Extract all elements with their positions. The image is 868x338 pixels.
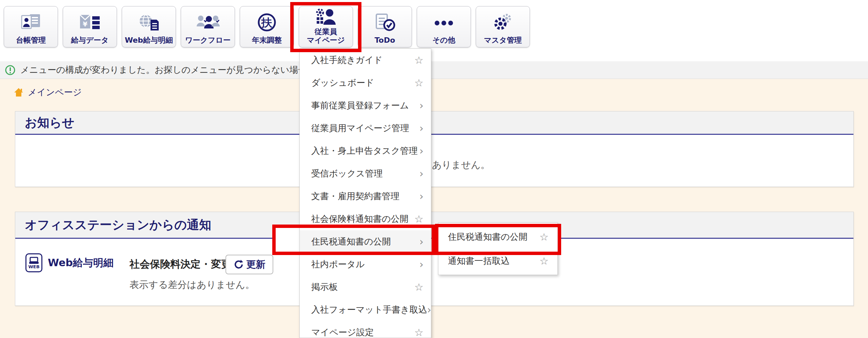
menu-item[interactable]: マイページ設定☆	[300, 321, 431, 338]
toolbar-button-label: 給与データ	[71, 36, 108, 44]
toolbar-button-master[interactable]: マスタ管理	[476, 6, 530, 47]
news-empty-text: ありません。	[432, 159, 490, 171]
breadcrumb: メインページ	[14, 85, 82, 99]
notification-empty-text: 表示する差分はありません。	[130, 278, 255, 291]
menu-item-label: マイページ設定	[311, 326, 374, 338]
toolbar-button-label: マスタ管理	[484, 36, 522, 44]
menu-item[interactable]: 社会保険料通知書の公開☆	[300, 208, 431, 230]
menu-item-juminzei-tsuchisho[interactable]: 住民税通知書の公開›	[300, 230, 431, 253]
menu-item[interactable]: 事前従業員登録フォーム›	[300, 94, 431, 117]
toolbar-button-label: その他	[432, 36, 455, 44]
toolbar-button-others[interactable]: その他	[417, 6, 471, 47]
menu-item[interactable]: 文書・雇用契約書管理›	[300, 185, 431, 208]
notice-bar-text: メニューの構成が変わりました。お探しのメニューが見つからない場合は、	[20, 64, 325, 76]
annotation-underlay	[272, 225, 303, 255]
toolbar-button-label: 台帳管理	[16, 36, 46, 44]
toolbar-button-label: 年末調整	[252, 36, 282, 44]
menu-item[interactable]: ダッシュボード☆	[300, 71, 431, 94]
menu-item-label: 入社・身上申告タスク管理	[311, 145, 418, 157]
menu-item[interactable]: 入社フォーマット手書き取込›	[300, 298, 431, 321]
toolbar-button-ledger[interactable]: 台帳管理	[4, 6, 58, 47]
toolbar-button-payroll-data[interactable]: ¥ 給与データ	[63, 6, 117, 47]
submenu-chevron-icon: ›	[419, 122, 423, 134]
menu-item-label: ダッシュボード	[311, 77, 374, 89]
more-dots-icon	[433, 6, 455, 36]
ledger-icon	[20, 6, 42, 36]
menu-item-label: 入社フォーマット手書き取込	[311, 304, 427, 316]
notifications-section-title: オフィスステーションからの通知	[25, 217, 211, 233]
menu-item-label: 掲示板	[311, 281, 338, 293]
toolbar-button-label: 従業員	[315, 27, 337, 36]
submenu-item-label: 住民税通知書の公開	[448, 231, 528, 243]
menu-item-label: 従業員用マイページ管理	[311, 122, 409, 134]
toolbar-button-label: ワークフロー	[185, 36, 231, 44]
notice-bar: メニューの構成が変わりました。お探しのメニューが見つからない場合は、 こ	[0, 61, 868, 79]
favorite-star-icon[interactable]: ☆	[414, 213, 423, 225]
toolbar-button-label: マイページ	[307, 36, 345, 44]
employee-mypage-icon	[315, 6, 337, 27]
toolbar-button-label: ToDo	[375, 36, 395, 44]
toolbar-button-employee-mypage[interactable]: 従業員 マイページ	[299, 6, 353, 47]
home-icon[interactable]	[14, 87, 24, 97]
favorite-star-icon[interactable]: ☆	[414, 54, 423, 66]
submenu-chevron-icon: ›	[419, 100, 423, 111]
menu-item[interactable]: 受信ボックス管理›	[300, 162, 431, 185]
submenu-item-label: 通知書一括取込	[448, 255, 510, 267]
notification-row: WEB Web給与明細	[25, 253, 114, 272]
svg-text:¥: ¥	[83, 20, 87, 28]
submenu-item-juminzei-kokai[interactable]: 住民税通知書の公開☆	[438, 225, 557, 249]
submenu-chevron-icon: ›	[427, 304, 431, 316]
news-section-title: お知らせ	[25, 114, 75, 131]
web-payslip-badge-icon: WEB	[25, 253, 42, 272]
menu-item[interactable]: 掲示板☆	[300, 276, 431, 298]
menu-item-label: 社内ポータル	[311, 258, 365, 270]
favorite-star-icon[interactable]: ☆	[539, 255, 549, 267]
submenu-item-tsuchisho-ikkatsu[interactable]: 通知書一括取込☆	[438, 249, 557, 273]
favorite-star-icon[interactable]: ☆	[414, 281, 423, 293]
news-section: お知らせ	[15, 111, 854, 187]
master-gear-icon	[492, 6, 514, 36]
juminzei-submenu: 住民税通知書の公開☆ 通知書一括取込☆	[438, 223, 558, 275]
info-circle-icon	[5, 65, 16, 76]
notifications-section-header: オフィスステーションからの通知	[15, 212, 853, 239]
toolbar-button-workflow[interactable]: ワークフロー	[181, 6, 235, 47]
menu-item-label: 入社手続きガイド	[311, 54, 382, 66]
menu-item[interactable]: 入社手続きガイド☆	[300, 49, 431, 71]
menu-item-label: 社会保険料通知書の公開	[311, 213, 409, 225]
nenmatsu-chosei-icon: 扶	[257, 6, 277, 36]
employee-mypage-dropdown-menu: 入社手続きガイド☆ ダッシュボード☆ 事前従業員登録フォーム› 従業員用マイペー…	[299, 48, 431, 338]
toolbar-button-label: Web給与明細	[125, 36, 173, 44]
refresh-button[interactable]: 更新	[225, 255, 273, 274]
menu-item-label: 住民税通知書の公開	[311, 236, 391, 248]
menu-item[interactable]: 入社・身上申告タスク管理›	[300, 140, 431, 162]
favorite-star-icon[interactable]: ☆	[414, 77, 423, 89]
web-payslip-icon	[138, 6, 160, 36]
menu-item[interactable]: 従業員用マイページ管理›	[300, 117, 431, 140]
menu-item-label: 事前従業員登録フォーム	[311, 100, 409, 111]
submenu-chevron-icon: ›	[419, 168, 423, 179]
menu-item[interactable]: 社内ポータル›	[300, 253, 431, 276]
menu-item-label: 文書・雇用契約書管理	[311, 190, 399, 202]
workflow-icon	[196, 6, 220, 36]
refresh-button-label: 更新	[246, 258, 265, 271]
submenu-chevron-icon: ›	[419, 258, 423, 270]
toolbar-button-todo[interactable]: ToDo	[358, 6, 412, 47]
breadcrumb-label[interactable]: メインページ	[28, 86, 82, 98]
web-badge-text: WEB	[28, 265, 39, 269]
refresh-icon	[234, 259, 244, 270]
toolbar-button-nenmatsu-chosei[interactable]: 扶 年末調整	[240, 6, 294, 47]
todo-icon	[374, 6, 396, 36]
payroll-data-icon: ¥	[79, 6, 101, 36]
submenu-chevron-icon: ›	[419, 145, 423, 157]
svg-text:扶: 扶	[261, 16, 273, 29]
notification-app-label: Web給与明細	[48, 256, 114, 270]
toolbar-button-web-payslip[interactable]: Web給与明細	[122, 6, 176, 47]
menu-item-label: 受信ボックス管理	[311, 168, 382, 179]
news-section-header: お知らせ	[15, 111, 853, 135]
favorite-star-icon[interactable]: ☆	[414, 326, 423, 338]
favorite-star-icon[interactable]: ☆	[539, 231, 549, 243]
submenu-chevron-icon: ›	[419, 236, 423, 248]
submenu-chevron-icon: ›	[419, 190, 423, 202]
